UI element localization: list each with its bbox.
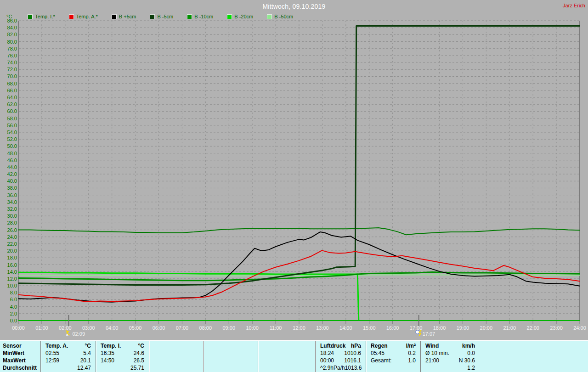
- cell-value: 12.47: [77, 364, 91, 372]
- row-label: Sensor: [3, 342, 40, 349]
- series-line-temp-a: [18, 250, 580, 302]
- summary-cell-row: ^2.9hPa/h1013.6: [316, 364, 366, 372]
- y-tick-label: 50.0: [7, 143, 17, 149]
- y-tick-label: 2.0: [10, 311, 17, 316]
- cell-value: 1.0: [408, 357, 416, 364]
- y-tick-label: 40.0: [7, 178, 17, 184]
- x-tick-label: 00:00: [12, 325, 25, 331]
- summary-column-regen: Regenl/m²05:450.2Gesamt:1.0: [366, 341, 420, 372]
- y-tick-label: 12.0: [7, 276, 17, 282]
- x-tick-label: 22:00: [526, 325, 539, 331]
- y-tick-label: 24.0: [7, 234, 17, 240]
- cell-value: 5.4: [83, 349, 91, 357]
- summary-cell-row: 25.71: [96, 364, 149, 372]
- column-unit: l/m²: [406, 342, 416, 349]
- summary-cell-row: 12:5920.1: [41, 357, 96, 364]
- cell-time: Gesamt:: [371, 357, 391, 364]
- cell-value: 0.0: [467, 349, 475, 357]
- y-tick-label: 44.0: [7, 164, 17, 170]
- y-tick-label: 38.0: [7, 185, 17, 191]
- y-tick-label: 82.0: [7, 32, 17, 37]
- y-tick-label: 36.0: [7, 192, 17, 198]
- time-marker-label: 17:07: [423, 331, 435, 337]
- row-label: Durchschnitt: [3, 364, 40, 372]
- summary-cell-row: 05:450.2: [366, 349, 420, 357]
- x-tick-label: 24:00: [573, 325, 586, 331]
- y-tick-label: 80.0: [7, 39, 17, 45]
- y-tick-label: 70.0: [7, 73, 17, 79]
- x-tick-label: 01:00: [35, 325, 48, 331]
- summary-cell-row: 21:00N 30.6: [421, 357, 480, 364]
- summary-panel: SensorMinWertMaxWertDurchschnittTemp. A.…: [0, 340, 588, 372]
- column-unit: °C: [138, 342, 144, 349]
- cell-value: 25.71: [130, 364, 144, 372]
- y-tick-label: 34.0: [7, 199, 17, 205]
- x-tick-label: 16:00: [386, 325, 399, 331]
- y-tick-label: 52.0: [7, 136, 17, 142]
- y-tick-label: 18.0: [7, 255, 17, 260]
- weather-chart-window: Mittwoch, 09.10.2019 Jarz Erich °C Temp.…: [0, 0, 588, 340]
- summary-cell-row: 18:241010.6: [316, 349, 366, 357]
- temperature-chart: 0.02.04.06.08.010.012.014.016.018.020.02…: [0, 0, 588, 340]
- y-tick-label: 84.0: [7, 25, 17, 30]
- summary-column-luftdruck: LuftdruckhPa18:241010.600:001016.1^2.9hP…: [315, 341, 366, 372]
- y-tick-label: 22.0: [7, 241, 17, 247]
- x-tick-label: 20:00: [480, 325, 493, 331]
- x-tick-label: 15:00: [363, 325, 376, 331]
- summary-cell-row: 14:5026.5: [96, 357, 149, 364]
- cell-time: 16:35: [101, 349, 114, 357]
- y-tick-label: 68.0: [7, 81, 17, 86]
- summary-cell-row: Ø 10 min.0.0: [421, 349, 480, 357]
- y-tick-label: 48.0: [7, 151, 17, 156]
- x-tick-label: 07:00: [176, 325, 189, 331]
- column-unit: km/h: [462, 342, 475, 349]
- cell-value: 1010.6: [344, 349, 361, 357]
- time-marker-label: 02:09: [72, 331, 85, 337]
- summary-column-empty: [149, 341, 203, 372]
- y-tick-label: 56.0: [7, 123, 17, 128]
- summary-cell-row: 12.47: [41, 364, 96, 372]
- x-tick-label: 12:00: [293, 325, 305, 331]
- y-tick-label: 26.0: [7, 227, 17, 233]
- y-tick-label: 64.0: [7, 95, 17, 100]
- x-tick-label: 06:00: [153, 325, 165, 331]
- y-tick-label: 76.0: [7, 53, 17, 58]
- column-unit: hPa: [351, 342, 361, 349]
- y-tick-label: 60.0: [7, 108, 17, 114]
- summary-cell-row: 16:3524.6: [96, 349, 149, 357]
- y-tick-label: 16.0: [7, 262, 17, 268]
- cell-value: 26.5: [134, 357, 144, 364]
- moon-rise-icon: [419, 330, 421, 336]
- row-label: MaxWert: [3, 357, 40, 364]
- y-tick-label: 66.0: [7, 88, 17, 93]
- row-label: MinWert: [3, 349, 40, 357]
- summary-cell-row: Gesamt:1.0: [366, 357, 420, 364]
- y-tick-label: 28.0: [7, 220, 17, 225]
- y-tick-label: 32.0: [7, 206, 17, 212]
- y-tick-label: 42.0: [7, 171, 17, 177]
- moon-rise-icon: [416, 330, 419, 334]
- summary-cell-row: 00:001016.1: [316, 357, 366, 364]
- x-tick-label: 17:00: [410, 325, 423, 331]
- y-tick-label: 20.0: [7, 248, 17, 254]
- column-name: Regen: [371, 342, 388, 349]
- x-tick-label: 05:00: [129, 325, 142, 331]
- summary-column-empty: [258, 341, 315, 372]
- x-tick-label: 19:00: [457, 325, 469, 331]
- cell-time: 02:55: [45, 349, 59, 357]
- series-line-b-20cm: [18, 272, 359, 320]
- x-tick-label: 09:00: [222, 325, 235, 331]
- sensor-label-column: SensorMinWertMaxWertDurchschnitt: [0, 341, 40, 372]
- x-tick-label: 03:00: [82, 325, 95, 331]
- y-tick-label: 4.0: [10, 304, 17, 310]
- summary-cell-row: 02:555.4: [41, 349, 96, 357]
- y-tick-label: 54.0: [7, 130, 17, 135]
- y-tick-label: 8.0: [10, 290, 17, 295]
- cell-value: N 30.6: [459, 357, 475, 364]
- column-name: Temp. I.: [101, 342, 121, 349]
- y-tick-label: 14.0: [7, 269, 17, 275]
- cell-value: 1013.6: [345, 364, 362, 372]
- y-tick-label: 62.0: [7, 101, 17, 107]
- x-tick-label: 11:00: [270, 325, 282, 331]
- column-unit: °C: [85, 342, 91, 349]
